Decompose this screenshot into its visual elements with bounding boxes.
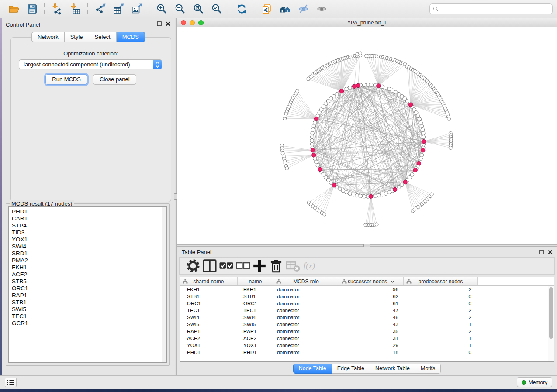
refresh-view-icon[interactable] (232, 2, 251, 16)
graph-node[interactable] (310, 139, 314, 142)
zoom-in-icon[interactable] (152, 2, 171, 16)
select-all-rows-icon[interactable] (218, 258, 235, 273)
table-row[interactable]: FKH1FKH1dominator962 (180, 286, 554, 293)
graph-node[interactable] (366, 83, 370, 86)
zoom-selected-icon[interactable] (208, 2, 226, 16)
table-row[interactable]: RAP1RAP1dominator352 (180, 328, 554, 335)
mcds-result-item[interactable]: SRD1 (12, 250, 162, 257)
graph-hub-node[interactable] (332, 183, 336, 187)
graph-leaf-node[interactable] (296, 89, 299, 93)
open-file-icon[interactable] (4, 2, 23, 16)
tab-select[interactable]: Select (89, 32, 117, 42)
graph-node[interactable] (355, 193, 359, 197)
table-row[interactable]: ACE2ACE2connector311 (180, 335, 554, 342)
graph-leaf-node[interactable] (430, 193, 433, 196)
mcds-result-list[interactable]: PHD1CAR1STP4TID3YOX1SWI4SRD1PMA2FKH1ACE2… (9, 207, 162, 362)
hide-selected-icon[interactable] (294, 2, 312, 16)
graph-node[interactable] (359, 194, 362, 198)
graph-node[interactable] (370, 83, 373, 86)
graph-hub-node[interactable] (315, 117, 318, 120)
graph-node[interactable] (387, 87, 391, 91)
graph-hub-node[interactable] (393, 187, 397, 191)
tab-motifs[interactable]: Motifs (415, 364, 441, 374)
mcds-result-item[interactable]: PHD1 (12, 208, 162, 215)
tab-network-table[interactable]: Network Table (370, 364, 415, 374)
import-network-icon[interactable] (48, 2, 66, 16)
column-header-predecessor-nodes[interactable]: predecessor nodes (404, 277, 478, 285)
graph-node[interactable] (421, 128, 424, 131)
export-table-icon[interactable] (109, 2, 128, 16)
task-history-button[interactable] (5, 378, 17, 387)
graph-hub-node[interactable] (311, 148, 315, 152)
tab-mcds[interactable]: MCDS (117, 32, 145, 42)
mcds-result-item[interactable]: STP4 (12, 222, 162, 229)
table-row[interactable]: TEC1TEC1connector472 (180, 307, 554, 314)
graph-node[interactable] (362, 195, 366, 198)
graph-node[interactable] (419, 121, 422, 124)
close-panel-button[interactable]: Close panel (93, 74, 136, 85)
graph-node[interactable] (410, 173, 414, 176)
table-row[interactable]: SWI5SWI5connector431 (180, 321, 554, 328)
table-row[interactable]: STB1STB1dominator620 (180, 293, 554, 300)
graph-node[interactable] (384, 86, 387, 89)
mcds-result-item[interactable]: GCR1 (12, 320, 162, 327)
mcds-result-item[interactable]: CAR1 (12, 215, 162, 222)
apply-function-icon[interactable]: f(x) (301, 258, 318, 273)
settings-gear-icon[interactable] (185, 258, 201, 273)
graph-node[interactable] (362, 83, 366, 86)
mcds-result-item[interactable]: TID3 (12, 229, 162, 236)
tab-node-table[interactable]: Node Table (293, 364, 332, 374)
optimization-criterion-select[interactable]: largest connected component (undirected) (19, 59, 162, 69)
save-session-icon[interactable] (23, 2, 41, 16)
column-header-shared-name[interactable]: shared name (180, 277, 238, 285)
graph-hub-node[interactable] (369, 194, 373, 198)
graph-node[interactable] (381, 193, 384, 196)
table-row[interactable]: YOX1YOX1connector291 (180, 342, 554, 349)
graph-node[interactable] (348, 192, 352, 195)
add-row-icon[interactable] (251, 258, 268, 273)
deselect-all-rows-icon[interactable] (235, 258, 251, 273)
mcds-result-item[interactable]: SWI4 (12, 243, 162, 250)
graph-node[interactable] (422, 135, 426, 138)
show-neighbors-icon[interactable] (276, 2, 294, 16)
graph-hub-node[interactable] (403, 180, 407, 184)
graph-node[interactable] (381, 85, 384, 88)
mcds-result-item[interactable]: SWI5 (12, 306, 162, 313)
graph-node[interactable] (420, 124, 423, 128)
graph-hub-node[interactable] (318, 167, 322, 171)
tab-style[interactable]: Style (65, 32, 89, 42)
memory-button[interactable]: Memory (517, 377, 552, 387)
show-column-panel-icon[interactable] (201, 258, 218, 273)
graph-node[interactable] (329, 181, 332, 184)
graph-hub-node[interactable] (356, 83, 360, 87)
graph-node[interactable] (400, 183, 404, 186)
show-all-icon[interactable] (312, 2, 331, 16)
table-scrollbar[interactable] (548, 286, 554, 361)
search-field[interactable] (429, 3, 553, 14)
graph-node[interactable] (374, 194, 377, 198)
graph-node[interactable] (377, 193, 381, 197)
float-panel-icon[interactable] (157, 21, 162, 26)
table-row[interactable]: ORC1ORC1dominator610 (180, 300, 554, 307)
export-network-icon[interactable] (91, 2, 109, 16)
mcds-result-item[interactable]: STB5 (12, 278, 162, 285)
graph-node[interactable] (419, 157, 422, 160)
table-row[interactable]: SWI4SWI4dominator462 (180, 314, 554, 321)
run-mcds-button[interactable]: Run MCDS (45, 74, 87, 85)
mcds-result-item[interactable]: RAP1 (12, 292, 162, 299)
float-panel-icon[interactable] (539, 250, 544, 254)
graph-hub-node[interactable] (312, 153, 316, 157)
graph-hub-node[interactable] (352, 84, 356, 88)
graph-hub-node[interactable] (339, 89, 343, 93)
mcds-result-item[interactable]: ACE2 (12, 271, 162, 278)
graph-node[interactable] (313, 121, 317, 124)
network-window-titlebar[interactable]: YPA_prune.txt_1 (177, 18, 557, 27)
graph-node[interactable] (345, 87, 348, 91)
graph-hub-node[interactable] (422, 140, 426, 144)
graph-node[interactable] (310, 142, 314, 146)
mcds-result-item[interactable]: ORC1 (12, 285, 162, 292)
graph-node[interactable] (310, 135, 314, 138)
delete-table-icon[interactable] (284, 258, 301, 273)
tab-edge-table[interactable]: Edge Table (332, 364, 370, 374)
graph-leaf-node[interactable] (447, 117, 451, 120)
